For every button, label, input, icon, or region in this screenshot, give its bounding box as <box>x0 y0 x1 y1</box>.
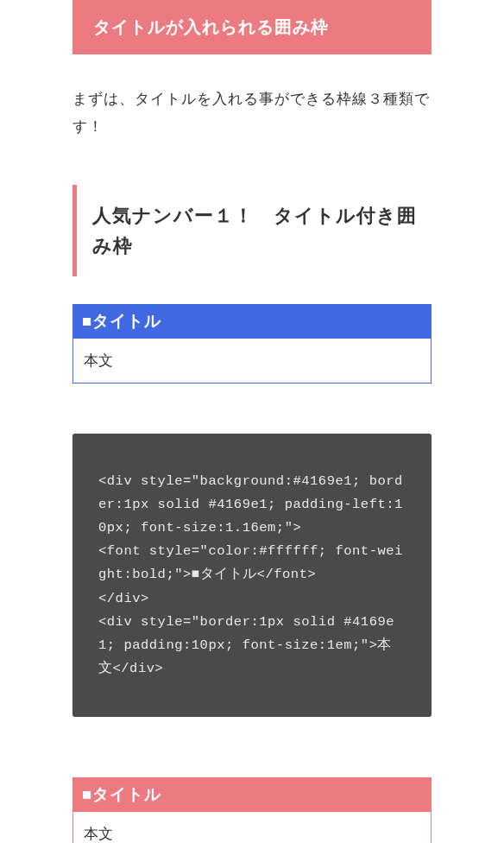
subtitle-text: 人気ナンバー１！ タイトル付き囲み枠 <box>92 200 432 261</box>
box-blue-title: ■タイトル <box>72 304 432 339</box>
page-container: タイトルが入れられる囲み枠 まずは、タイトルを入れる事ができる枠線３種類です！ … <box>0 0 504 843</box>
section-header-title: タイトルが入れられる囲み枠 <box>93 17 329 36</box>
example-box-blue: ■タイトル 本文 <box>72 304 432 383</box>
example-box-pink: ■タイトル 本文 <box>72 777 432 843</box>
box-pink-title: ■タイトル <box>72 777 432 812</box>
box-pink-body: 本文 <box>72 812 432 843</box>
box-blue-body: 本文 <box>72 339 432 383</box>
section-header: タイトルが入れられる囲み枠 <box>72 0 432 54</box>
subtitle-block: 人気ナンバー１！ タイトル付き囲み枠 <box>72 185 432 276</box>
code-snippet[interactable]: <div style="background:#4169e1; border:1… <box>72 434 432 717</box>
intro-paragraph: まずは、タイトルを入れる事ができる枠線３種類です！ <box>72 86 432 142</box>
